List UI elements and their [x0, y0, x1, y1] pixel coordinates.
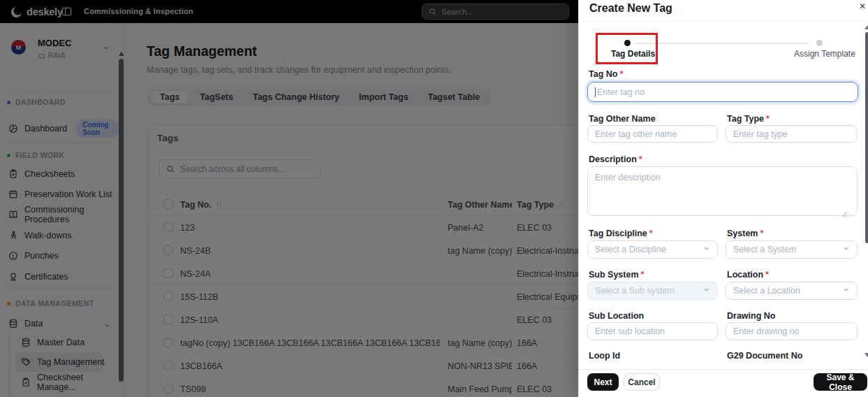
field-label-tag-discipline: Tag Discipline* [589, 229, 653, 238]
required-mark: * [760, 229, 763, 238]
required-mark: * [766, 114, 770, 124]
field-label-sub-location: Sub Location [589, 311, 644, 321]
required-mark: * [619, 69, 623, 79]
chevron-down-icon [703, 286, 710, 296]
chevron-down-icon [703, 245, 710, 254]
chevron-down-icon [842, 245, 850, 254]
step-assign-template[interactable]: Assign Template [794, 49, 855, 59]
field-label-system: System* [727, 229, 763, 238]
drawer-scroll-up-arrow[interactable] [865, 25, 868, 29]
required-mark: * [765, 270, 769, 280]
annotation-highlight-rectangle [596, 33, 658, 64]
field-label-sub-system: Sub System* [589, 270, 644, 280]
chevron-down-icon [842, 286, 850, 296]
tag-discipline-select[interactable]: Select a Discipline [587, 240, 718, 259]
step-connector [635, 43, 808, 44]
divider [579, 369, 868, 370]
sub-system-select: Select a Sub system [587, 282, 718, 300]
field-label-loop-id: Loop Id [589, 351, 620, 361]
drawer-scrollbar[interactable] [865, 32, 868, 243]
system-select[interactable]: Select a System [726, 240, 858, 259]
location-select[interactable]: Select a Location [726, 282, 858, 300]
tag-other-name-input[interactable] [587, 125, 718, 143]
step-dot-upcoming [816, 40, 823, 46]
resize-handle[interactable] [841, 208, 848, 215]
field-label-g29-document-no: G29 Document No [727, 351, 802, 361]
drawer-scroll-down-arrow[interactable] [865, 353, 868, 357]
description-textarea[interactable] [587, 166, 858, 216]
close-icon[interactable]: ✕ [858, 1, 867, 11]
tag-type-input[interactable] [726, 125, 858, 143]
field-label-location: Location* [727, 270, 769, 280]
app-root: deskely Commissioning & Inspection Searc… [0, 0, 868, 397]
required-mark: * [649, 229, 653, 238]
sub-location-input[interactable] [587, 322, 718, 340]
save-and-close-button[interactable]: Save & Close [814, 373, 867, 391]
field-label-tag-other-name: Tag Other Name [589, 114, 656, 124]
required-mark: * [639, 154, 642, 164]
divider [579, 21, 868, 22]
field-label-description: Description* [589, 154, 642, 164]
field-label-tag-no: Tag No* [589, 69, 623, 79]
tag-no-input[interactable]: Enter tag no [587, 82, 858, 102]
text-caret [595, 87, 596, 97]
field-label-drawing-no: Drawing No [727, 311, 775, 321]
field-label-tag-type: Tag Type* [727, 114, 770, 124]
cancel-button[interactable]: Cancel [624, 373, 660, 391]
drawing-no-input[interactable] [726, 322, 858, 340]
required-mark: * [641, 270, 645, 280]
next-button[interactable]: Next [587, 373, 619, 391]
drawer-title: Create New Tag [589, 2, 672, 15]
